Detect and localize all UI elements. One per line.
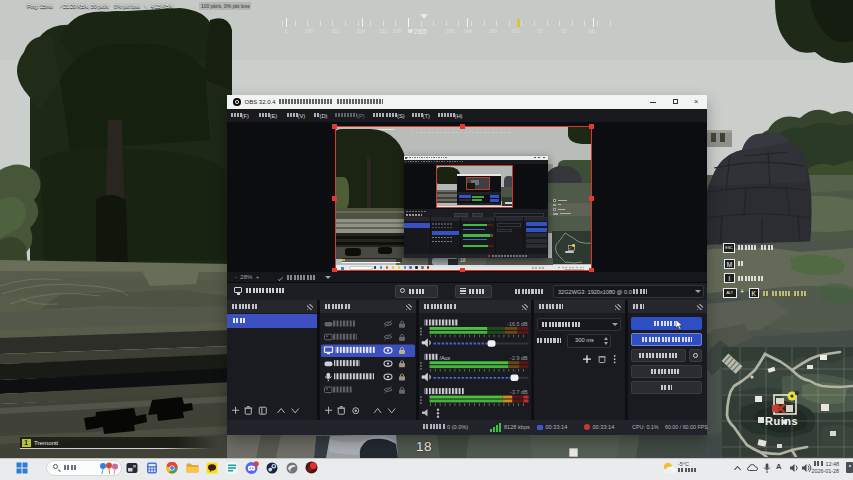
svg-text:Ruins: Ruins	[765, 415, 798, 427]
svg-text:-16.5 dB: -16.5 dB	[507, 321, 528, 327]
svg-text:/Aux: /Aux	[439, 355, 450, 361]
svg-text:-2.9 dB: -2.9 dB	[510, 355, 528, 361]
svg-text:-3.7 dB: -3.7 dB	[510, 389, 528, 395]
